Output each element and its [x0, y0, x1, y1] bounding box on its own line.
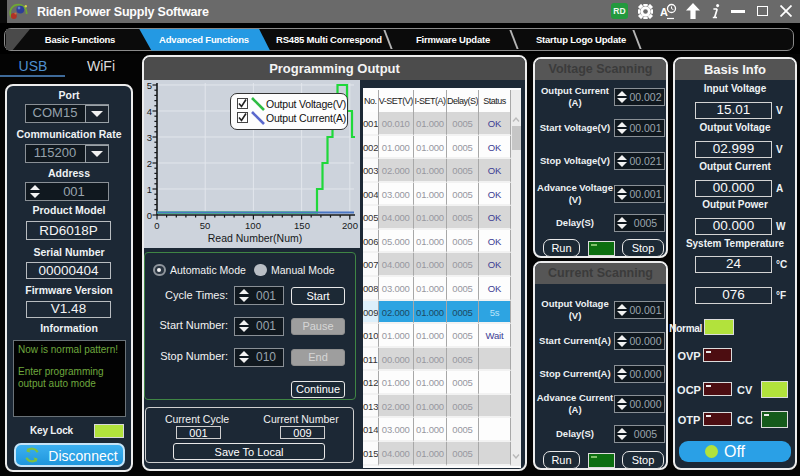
svg-text:A: A — [660, 6, 668, 18]
